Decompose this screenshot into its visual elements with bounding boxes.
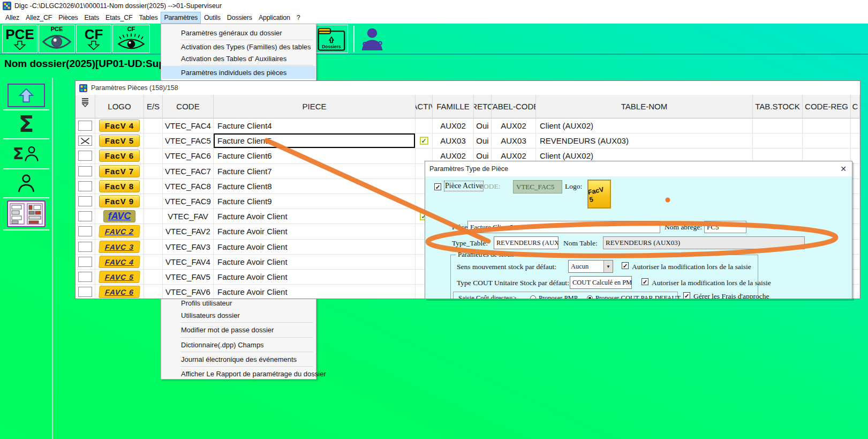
logo-cell[interactable]: FAVC 6	[95, 285, 144, 299]
row-select-checkbox[interactable]	[78, 257, 92, 267]
menu-item-modifier-mot-de-passe-dossier[interactable]: Modifier mot de passe dossier	[162, 323, 315, 337]
sens-mouvement-dropdown[interactable]: Aucun ▼	[568, 260, 613, 273]
proposer-cout-defaut-radio[interactable]	[587, 295, 593, 299]
row-selector-cell[interactable]	[76, 255, 95, 270]
activ-cell[interactable]: ✓	[416, 133, 433, 148]
logo-cell[interactable]: FAVC 4	[95, 255, 144, 270]
menubar-item-pi-ces[interactable]: Pièces	[55, 12, 81, 24]
column-header-c[interactable]: C	[851, 95, 860, 118]
row-selector-cell[interactable]	[76, 240, 95, 255]
row-selector-cell[interactable]	[76, 179, 95, 194]
menu-item-dictionnaire-dpp-champs[interactable]: Dictionnaire(.dpp) Champs	[162, 338, 315, 351]
row-select-checkbox[interactable]	[78, 226, 92, 236]
autoriser-modif-checkbox-1[interactable]: ✓	[622, 262, 629, 269]
piece-cell[interactable]: Facture Avoir Client	[214, 255, 416, 270]
column-header-tab-stock[interactable]: TAB.STOCK	[753, 95, 803, 118]
row-select-checkbox[interactable]	[78, 166, 92, 176]
code-cell[interactable]: VTEC_FAV5	[163, 270, 214, 285]
logo-cell[interactable]: FacV 7	[95, 164, 144, 179]
code-cell[interactable]: VTEC_FAV4	[163, 255, 214, 270]
column-header-e-s[interactable]: E/S	[144, 95, 163, 118]
code-cell[interactable]: VTEC_FAV6	[163, 285, 214, 299]
logo-cell[interactable]: FAVC 2	[95, 224, 144, 239]
row-select-checkbox[interactable]	[78, 211, 92, 221]
es-cell[interactable]	[144, 255, 163, 270]
dialog-titlebar[interactable]: Paramètres Type de Pièce ✕	[425, 161, 852, 176]
column-header-code-reg[interactable]: CODE-REG	[803, 95, 851, 118]
row-select-checkbox[interactable]	[78, 242, 92, 252]
menu-item-param-tres-individuels-des-pi-ces[interactable]: Paramètres individuels des pièces	[162, 66, 315, 79]
menu-item-param-tres-g-n-raux-du-dossier[interactable]: Paramètres généraux du dossier	[162, 26, 315, 39]
code-cell[interactable]: VTEC_FAC4	[163, 118, 214, 133]
menu-item-activation-des-tables-d-auxiliaires[interactable]: Activation des Tables d' Auxiliaires	[162, 53, 315, 64]
logo-cell[interactable]: FAVC 3	[95, 240, 144, 255]
column-header-table-nom[interactable]: TABLE-NOM	[536, 95, 753, 118]
code-cell[interactable]: VTEC_FAC5	[163, 133, 214, 148]
row-selector-cell[interactable]	[76, 133, 95, 148]
row-select-checkbox[interactable]	[78, 136, 92, 146]
piece-cell[interactable]: Facture Client8	[214, 179, 416, 194]
menubar-item-etats-cf[interactable]: Etats_CF	[102, 12, 136, 24]
reto-cell[interactable]: Oui	[474, 133, 492, 148]
piece-cell[interactable]: Facture Client5	[214, 133, 416, 148]
piece-input[interactable]: Facture Client5	[467, 221, 660, 233]
column-header-piece[interactable]: PIECE	[214, 95, 416, 118]
code-cell[interactable]: VTEC_FAV	[163, 209, 214, 224]
code-cell[interactable]: VTEC_FAV3	[163, 240, 214, 255]
es-cell[interactable]	[144, 133, 163, 148]
es-cell[interactable]	[144, 270, 163, 285]
code-cell[interactable]: VTEC_FAC8	[163, 179, 214, 194]
row-select-checkbox[interactable]	[78, 272, 92, 282]
pce-download-button[interactable]: PCE	[2, 25, 37, 53]
column-header-reto[interactable]: RETO	[474, 95, 492, 118]
logo-cell[interactable]: FacV 6	[95, 148, 144, 163]
type-cout-dropdown[interactable]: COUT Calculé en PMP ▼	[570, 276, 632, 289]
tab-stock-cell[interactable]	[753, 118, 803, 133]
menubar-item-application[interactable]: Application	[255, 12, 293, 24]
row-selector-cell[interactable]	[76, 118, 95, 133]
menubar-item-item[interactable]: ?	[293, 12, 304, 24]
sidebar-up-button[interactable]	[3, 81, 49, 110]
row-selector-cell[interactable]	[76, 194, 95, 209]
menubar-item-param-tres[interactable]: Paramètres	[161, 12, 201, 24]
row-selector-cell[interactable]	[76, 285, 95, 299]
column-header-logo[interactable]: LOGO	[95, 95, 144, 118]
es-cell[interactable]	[144, 224, 163, 239]
code-cell[interactable]: VTEC_FAC7	[163, 164, 214, 179]
piece-cell[interactable]: Facture Avoir Client	[214, 224, 416, 239]
cf-view-button[interactable]: CF	[112, 25, 150, 53]
column-header-code[interactable]: CODE	[163, 95, 214, 118]
logo-cell[interactable]: fAVC	[95, 209, 144, 224]
row-selector-cell[interactable]	[76, 270, 95, 285]
sidebar-user-button[interactable]	[3, 169, 49, 198]
tabel-code-cell[interactable]: AUX03	[492, 133, 536, 148]
logo-cell[interactable]: FacV 8	[95, 179, 144, 194]
pce-view-button[interactable]: PCE	[39, 25, 75, 53]
row-selector-cell[interactable]	[76, 224, 95, 239]
dossiers-button[interactable]: Dossiers	[315, 25, 348, 53]
column-header-tabel-code[interactable]: TABEL-CODE	[492, 95, 536, 118]
logo-button[interactable]: FacV 5	[587, 180, 611, 209]
famille-cell[interactable]: AUX03	[433, 133, 474, 148]
piece-cell[interactable]: Facture Client4	[214, 118, 416, 133]
row-select-checkbox[interactable]	[78, 121, 92, 131]
menu-item-journal-lectronique-des-v-nements[interactable]: Journal électronique des événements	[162, 353, 315, 366]
chevron-down-icon[interactable]: ▼	[603, 261, 613, 272]
sidebar-sum-user-button[interactable]: Σ	[3, 139, 49, 169]
row-select-checkbox[interactable]	[78, 181, 92, 191]
logo-cell[interactable]: FacV 5	[95, 133, 144, 148]
type-table-dropdown[interactable]: REVENDEURS (AUX03) ▼	[494, 236, 558, 249]
es-cell[interactable]	[144, 179, 163, 194]
logo-cell[interactable]: FacV 4	[95, 118, 144, 133]
row-selector-cell[interactable]	[76, 148, 95, 163]
user-button[interactable]	[358, 25, 387, 53]
piece-cell[interactable]: Facture Avoir Client	[214, 285, 416, 299]
es-cell[interactable]	[144, 118, 163, 133]
piece-cell[interactable]: Facture Avoir Client	[214, 209, 416, 224]
row-select-checkbox[interactable]	[78, 196, 92, 206]
es-cell[interactable]	[144, 148, 163, 163]
tabel-code-cell[interactable]: AUX02	[492, 118, 536, 133]
code-cell[interactable]: VTEC_FAV2	[163, 224, 214, 239]
code-reg-cell[interactable]	[803, 133, 851, 148]
table-nom-cell[interactable]: REVENDEURS (AUX03)	[536, 133, 753, 148]
